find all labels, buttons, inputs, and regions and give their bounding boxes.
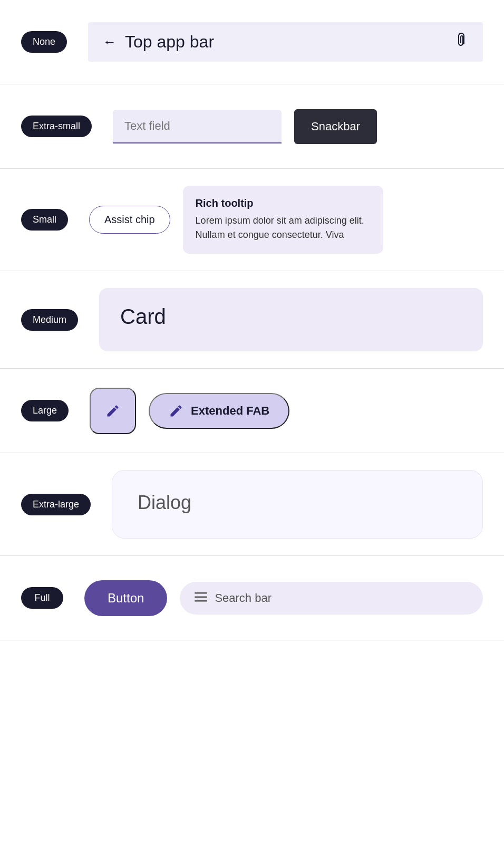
hamburger-icon [195, 591, 207, 605]
rich-tooltip: Rich tooltip Lorem ipsum dolor sit am ad… [183, 186, 383, 254]
label-large: Large [21, 400, 69, 421]
row-medium: Medium Card [0, 271, 504, 369]
label-full: Full [21, 587, 63, 609]
row-medium-content: Card [99, 288, 483, 351]
assist-chip[interactable]: Assist chip [89, 206, 170, 234]
search-bar-label: Search bar [215, 591, 272, 605]
row-extra-large: Extra-large Dialog [0, 453, 504, 556]
dialog: Dialog [112, 470, 483, 539]
rich-tooltip-body: Lorem ipsum dolor sit am adipiscing elit… [196, 214, 371, 242]
text-field[interactable] [113, 110, 282, 143]
row-extra-small-content: Snackbar [113, 109, 483, 144]
row-large: Large Extended FAB [0, 369, 504, 453]
label-extra-large: Extra-large [21, 494, 91, 515]
dialog-title: Dialog [138, 492, 457, 514]
svg-rect-2 [195, 600, 207, 602]
label-extra-small: Extra-small [21, 116, 92, 137]
label-medium: Medium [21, 309, 78, 331]
search-bar[interactable]: Search bar [180, 582, 483, 615]
clip-icon[interactable] [454, 32, 468, 52]
row-none-content: ← Top app bar [88, 22, 483, 62]
row-small: Small Assist chip Rich tooltip Lorem ips… [0, 169, 504, 271]
row-none: None ← Top app bar [0, 0, 504, 84]
card-title: Card [120, 305, 462, 329]
top-app-bar-title: Top app bar [125, 32, 214, 52]
extended-fab-pencil-icon [169, 404, 183, 418]
row-extra-small: Extra-small Snackbar [0, 84, 504, 169]
svg-rect-1 [195, 596, 207, 598]
row-small-content: Assist chip Rich tooltip Lorem ipsum dol… [89, 186, 483, 254]
row-full: Full Button Search bar [0, 556, 504, 640]
top-app-bar-left: ← Top app bar [103, 32, 214, 52]
pencil-icon [105, 404, 120, 418]
svg-rect-0 [195, 592, 207, 594]
extended-fab-button[interactable]: Extended FAB [149, 393, 289, 429]
label-small: Small [21, 209, 68, 231]
rich-tooltip-title: Rich tooltip [196, 197, 371, 209]
fab-button[interactable] [90, 388, 136, 434]
row-large-content: Extended FAB [90, 388, 483, 434]
filled-button[interactable]: Button [84, 580, 167, 616]
row-full-content: Button Search bar [84, 580, 483, 616]
back-arrow-icon[interactable]: ← [103, 34, 117, 50]
extended-fab-label: Extended FAB [191, 404, 269, 418]
label-none: None [21, 31, 67, 53]
snackbar: Snackbar [294, 109, 377, 144]
top-app-bar: ← Top app bar [88, 22, 483, 62]
card[interactable]: Card [99, 288, 483, 351]
row-extra-large-content: Dialog [112, 470, 483, 539]
